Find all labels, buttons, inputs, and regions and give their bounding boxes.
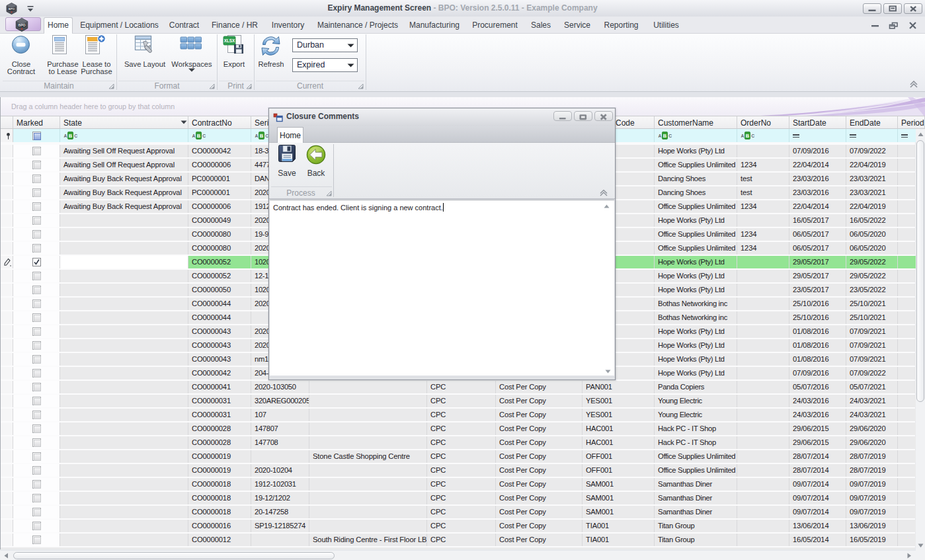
svg-text:B: B [746, 133, 750, 139]
svg-text:C: C [202, 134, 206, 138]
svg-text:A: A [659, 134, 662, 138]
svg-text:A: A [741, 134, 744, 138]
svg-text:A: A [192, 134, 196, 138]
svg-text:XLSX: XLSX [224, 38, 235, 43]
svg-text:C: C [668, 134, 672, 138]
svg-text:C: C [74, 134, 77, 138]
svg-text:B: B [260, 133, 264, 139]
svg-text:A: A [64, 134, 67, 138]
svg-text:B: B [197, 133, 201, 139]
svg-text:B: B [663, 133, 667, 139]
svg-text:BPO: BPO [18, 23, 25, 27]
svg-text:C: C [751, 134, 754, 138]
svg-text:A: A [255, 134, 259, 138]
svg-text:B: B [69, 133, 73, 139]
